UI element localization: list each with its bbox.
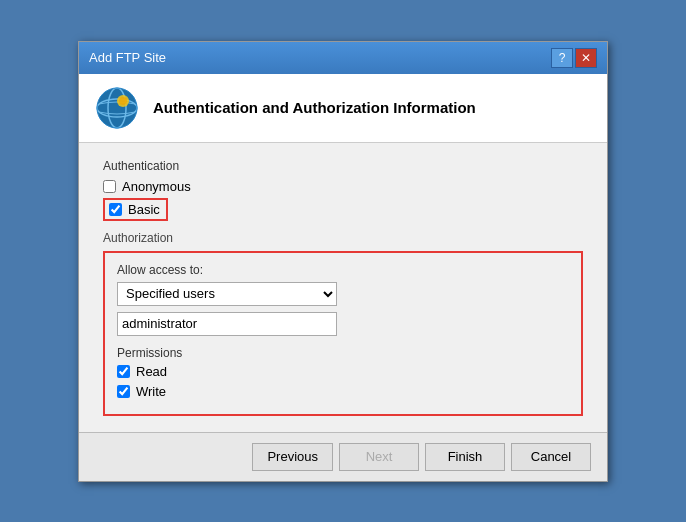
close-button[interactable]: ✕ <box>575 48 597 68</box>
authorization-section: Authorization Allow access to: Specified… <box>103 231 583 416</box>
footer: Previous Next Finish Cancel <box>79 432 607 481</box>
help-button[interactable]: ? <box>551 48 573 68</box>
username-input[interactable] <box>117 312 337 336</box>
svg-point-5 <box>119 97 127 105</box>
authentication-label: Authentication <box>103 159 583 173</box>
anonymous-checkbox[interactable] <box>103 180 116 193</box>
permissions-label: Permissions <box>117 346 569 360</box>
authorization-group: Allow access to: Specified users All Use… <box>103 251 583 416</box>
basic-label: Basic <box>128 202 160 217</box>
anonymous-row: Anonymous <box>103 179 583 194</box>
anonymous-label: Anonymous <box>122 179 191 194</box>
title-bar: Add FTP Site ? ✕ <box>79 42 607 74</box>
read-label: Read <box>136 364 167 379</box>
globe-icon <box>95 86 139 130</box>
dialog: Add FTP Site ? ✕ Authentication and Auth… <box>78 41 608 482</box>
header-section: Authentication and Authorization Informa… <box>79 74 607 143</box>
basic-checkbox[interactable] <box>109 203 122 216</box>
read-checkbox[interactable] <box>117 365 130 378</box>
authentication-section: Authentication Anonymous Basic <box>103 159 583 231</box>
authorization-label: Authorization <box>103 231 583 245</box>
title-bar-buttons: ? ✕ <box>551 48 597 68</box>
dialog-title: Add FTP Site <box>89 50 166 65</box>
write-label: Write <box>136 384 166 399</box>
header-title: Authentication and Authorization Informa… <box>153 99 476 116</box>
allow-access-dropdown[interactable]: Specified users All Users Anonymous User… <box>117 282 337 306</box>
basic-highlighted-row: Basic <box>103 198 168 221</box>
basic-row-inner: Basic <box>109 202 160 217</box>
content: Authentication Anonymous Basic Authoriza… <box>79 143 607 432</box>
write-checkbox[interactable] <box>117 385 130 398</box>
finish-button[interactable]: Finish <box>425 443 505 471</box>
read-row: Read <box>117 364 569 379</box>
allow-access-label: Allow access to: <box>117 263 569 277</box>
cancel-button[interactable]: Cancel <box>511 443 591 471</box>
previous-button[interactable]: Previous <box>252 443 333 471</box>
next-button[interactable]: Next <box>339 443 419 471</box>
write-row: Write <box>117 384 569 399</box>
